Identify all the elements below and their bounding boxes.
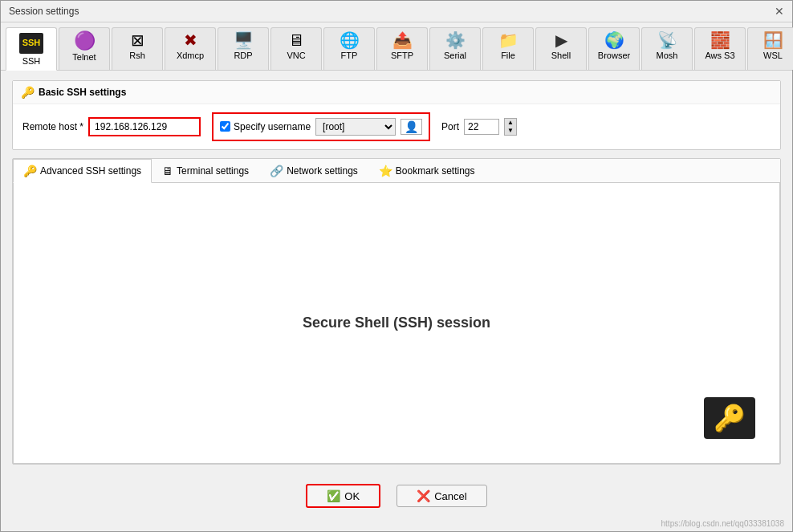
port-label: Port — [441, 121, 459, 132]
basic-ssh-section: 🔑 Basic SSH settings Remote host * Speci… — [12, 80, 781, 150]
proto-tab-browser[interactable]: 🌍Browser — [588, 27, 640, 70]
main-panel: Secure Shell (SSH) session 🔑 — [13, 183, 780, 465]
proto-tab-wsl[interactable]: 🪟WSL — [747, 27, 793, 70]
username-select[interactable]: [root] — [315, 118, 396, 136]
cancel-label: Cancel — [434, 490, 466, 502]
cancel-button[interactable]: ❌ Cancel — [396, 485, 486, 507]
vnc-tab-label: VNC — [287, 51, 305, 60]
shell-tab-icon: ▶ — [555, 32, 567, 48]
title-bar: Session settings ✕ — [1, 1, 792, 22]
browser-tab-label: Browser — [598, 51, 630, 60]
sub-tab-bookmark[interactable]: ⭐Bookmark settings — [368, 159, 486, 182]
session-label: Secure Shell (SSH) session — [303, 315, 490, 331]
basic-fields: Remote host * Specify username [root] 👤 — [13, 104, 780, 149]
terminal-subtab-icon: 🖥 — [162, 164, 173, 177]
remote-host-input[interactable] — [88, 117, 201, 136]
cancel-icon: ❌ — [417, 489, 430, 502]
protocol-tab-bar: SSHSSH🟣Telnet⊠Rsh✖Xdmcp🖥️RDP🖥VNC🌐FTP📤SFT… — [1, 22, 792, 71]
mosh-tab-label: Mosh — [657, 51, 678, 60]
username-group: Specify username [root] 👤 — [212, 112, 430, 141]
ok-icon: ✅ — [327, 489, 340, 502]
vnc-tab-icon: 🖥 — [288, 32, 304, 48]
browser-tab-icon: 🌍 — [604, 32, 624, 48]
shell-tab-label: Shell — [551, 51, 571, 60]
ok-button[interactable]: ✅ OK — [306, 484, 380, 508]
rsh-tab-label: Rsh — [129, 51, 145, 60]
key-icon: 🔑 — [714, 403, 746, 433]
sftp-tab-label: SFTP — [391, 51, 413, 60]
ftp-tab-icon: 🌐 — [340, 32, 360, 48]
awss3-tab-icon: 🧱 — [710, 32, 730, 48]
telnet-tab-label: Telnet — [72, 52, 96, 62]
ssh-tab-label: SSH — [22, 56, 41, 66]
content-area: 🔑 Basic SSH settings Remote host * Speci… — [1, 71, 792, 475]
ftp-tab-label: FTP — [341, 51, 358, 60]
session-settings-dialog: Session settings ✕ SSHSSH🟣Telnet⊠Rsh✖Xdm… — [0, 0, 793, 532]
network-subtab-icon: 🔗 — [270, 164, 283, 177]
proto-tab-rsh[interactable]: ⊠Rsh — [112, 27, 163, 70]
proto-tab-vnc[interactable]: 🖥VNC — [270, 27, 322, 70]
rdp-tab-icon: 🖥️ — [234, 32, 254, 48]
ok-label: OK — [344, 490, 360, 502]
proto-tab-telnet[interactable]: 🟣Telnet — [59, 27, 110, 70]
specify-username-checkbox[interactable] — [220, 121, 230, 132]
bookmark-subtab-icon: ⭐ — [379, 164, 392, 177]
bookmark-subtab-label: Bookmark settings — [396, 165, 475, 177]
rdp-tab-label: RDP — [234, 51, 252, 60]
file-tab-icon: 📁 — [498, 32, 518, 48]
proto-tab-shell[interactable]: ▶Shell — [535, 27, 587, 70]
port-input[interactable] — [464, 119, 499, 135]
watermark: https://blog.csdn.net/qq033381038 — [1, 518, 792, 531]
advanced-subtab-label: Advanced SSH settings — [40, 165, 141, 177]
mosh-tab-icon: 📡 — [657, 32, 677, 48]
wsl-tab-label: WSL — [763, 51, 783, 60]
sub-tabs-section: 🔑Advanced SSH settings🖥Terminal settings… — [12, 158, 781, 465]
footer: ✅ OK ❌ Cancel — [1, 474, 792, 518]
sftp-tab-icon: 📤 — [392, 32, 413, 48]
terminal-subtab-label: Terminal settings — [177, 165, 249, 177]
wsl-tab-icon: 🪟 — [763, 32, 783, 48]
proto-tab-file[interactable]: 📁File — [482, 27, 534, 70]
network-subtab-label: Network settings — [287, 165, 358, 177]
basic-section-title: 🔑 Basic SSH settings — [13, 81, 780, 104]
serial-tab-icon: ⚙️ — [445, 32, 466, 48]
port-spinner[interactable]: ▲ ▼ — [504, 118, 517, 136]
proto-tab-ftp[interactable]: 🌐FTP — [323, 27, 375, 70]
rsh-tab-icon: ⊠ — [131, 32, 144, 48]
xdmcp-tab-label: Xdmcp — [177, 51, 204, 60]
file-tab-label: File — [501, 51, 515, 60]
specify-username-label[interactable]: Specify username — [220, 121, 311, 132]
remote-host-label: Remote host * — [22, 121, 83, 132]
port-group: Port ▲ ▼ — [441, 118, 517, 136]
ssh-tab-icon: SSH — [19, 32, 43, 54]
sub-tab-network[interactable]: 🔗Network settings — [259, 159, 368, 182]
port-down-button[interactable]: ▼ — [505, 127, 516, 135]
proto-tab-xdmcp[interactable]: ✖Xdmcp — [165, 27, 216, 70]
close-button[interactable]: ✕ — [775, 6, 784, 17]
proto-tab-rdp[interactable]: 🖥️RDP — [218, 27, 269, 70]
dialog-title: Session settings — [9, 6, 79, 17]
sub-tab-advanced[interactable]: 🔑Advanced SSH settings — [13, 159, 152, 183]
proto-tab-sftp[interactable]: 📤SFTP — [376, 27, 428, 70]
sub-tabs-bar: 🔑Advanced SSH settings🖥Terminal settings… — [13, 159, 780, 183]
basic-section-label: Basic SSH settings — [39, 87, 126, 98]
proto-tab-mosh[interactable]: 📡Mosh — [641, 27, 693, 70]
xdmcp-tab-icon: ✖ — [184, 32, 197, 48]
user-icon-button[interactable]: 👤 — [401, 119, 422, 135]
remote-host-group: Remote host * — [22, 117, 201, 136]
telnet-tab-icon: 🟣 — [74, 32, 96, 50]
proto-tab-ssh[interactable]: SSHSSH — [6, 27, 57, 71]
serial-tab-label: Serial — [444, 51, 466, 60]
basic-section-icon: 🔑 — [21, 86, 35, 99]
proto-tab-serial[interactable]: ⚙️Serial — [429, 27, 481, 70]
advanced-subtab-icon: 🔑 — [23, 164, 37, 177]
port-up-button[interactable]: ▲ — [505, 119, 516, 127]
key-icon-box: 🔑 — [704, 397, 755, 439]
proto-tab-awss3[interactable]: 🧱Aws S3 — [694, 27, 746, 70]
sub-tab-terminal[interactable]: 🖥Terminal settings — [152, 159, 259, 182]
awss3-tab-label: Aws S3 — [705, 51, 734, 60]
